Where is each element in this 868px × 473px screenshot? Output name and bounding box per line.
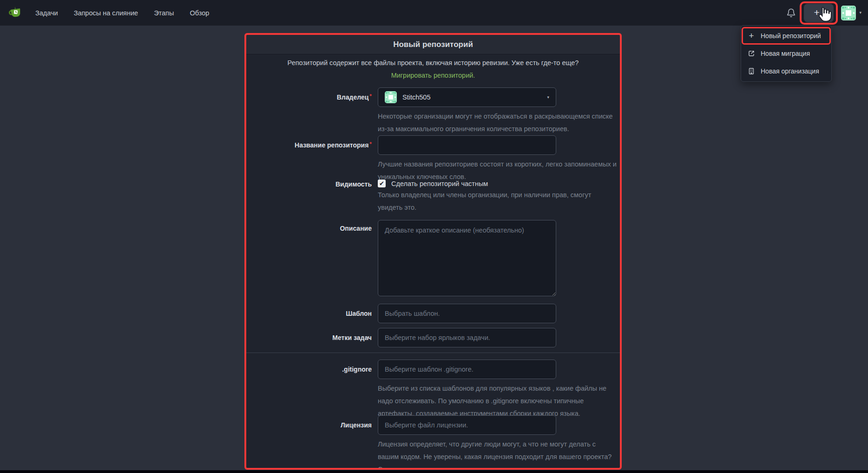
- user-avatar: [841, 6, 856, 20]
- gitignore-row: .gitignore Выберите из списка шаблонов д…: [246, 360, 620, 420]
- nav-item-issues[interactable]: Задачи: [35, 9, 58, 17]
- create-new-dropdown: + Новый репозиторий Новая миграция Новая…: [741, 25, 832, 82]
- required-asterisk: *: [369, 141, 372, 147]
- template-row: Шаблон: [246, 304, 620, 323]
- gitignore-help-text: Выберите из списка шаблонов для популярн…: [378, 382, 618, 420]
- license-label: Лицензия: [246, 415, 372, 468]
- visibility-row: Видимость ✔ Сделать репозиторий частным …: [246, 180, 620, 214]
- menu-item-label: Новый репозиторий: [761, 32, 821, 40]
- menu-item-new-migration[interactable]: Новая миграция: [741, 45, 831, 62]
- gitea-teacup-icon: [8, 6, 24, 20]
- owner-help-text: Некоторые организации могут не отображат…: [378, 110, 618, 135]
- license-help-text: Лицензия определяет, что другие люди мог…: [378, 438, 618, 468]
- description-label: Описание: [246, 220, 372, 298]
- owner-row: Владелец* Stitch505 ▾ Некоторые организа…: [246, 87, 620, 135]
- menu-item-new-organization[interactable]: Новая организация: [741, 62, 831, 80]
- plus-icon: +: [814, 7, 820, 17]
- owner-label: Владелец*: [246, 87, 372, 135]
- form-divider: [246, 353, 620, 353]
- private-checkbox-label[interactable]: Сделать репозиторий частным: [391, 180, 488, 187]
- create-new-button[interactable]: + ▾: [804, 4, 834, 22]
- issue-labels-input[interactable]: [378, 328, 556, 347]
- private-checkbox[interactable]: ✔: [378, 180, 386, 187]
- visibility-help-text: Только владелец или члены организации, п…: [378, 189, 618, 214]
- license-input[interactable]: [378, 415, 556, 435]
- owner-value: Stitch505: [402, 93, 430, 101]
- nav-item-pull-requests[interactable]: Запросы на слияние: [74, 9, 138, 17]
- navbar-right: + ▾ ▾: [785, 0, 861, 26]
- owner-avatar: [385, 91, 397, 103]
- intro-text: Репозиторий содержит все файлы проекта, …: [288, 59, 579, 67]
- gitignore-label: .gitignore: [246, 360, 372, 420]
- navbar-links: Задачи Запросы на слияние Этапы Обзор: [35, 9, 209, 17]
- repo-name-label: Название репозитория*: [246, 135, 372, 183]
- repo-name-row: Название репозитория* Лучшие названия ре…: [246, 135, 620, 183]
- menu-item-label: Новая миграция: [761, 50, 810, 57]
- repo-name-input[interactable]: [378, 135, 556, 155]
- gitignore-input[interactable]: [378, 360, 556, 379]
- owner-select[interactable]: Stitch505 ▾: [378, 87, 556, 107]
- chevron-down-icon: ▾: [859, 11, 861, 15]
- migrate-icon: [748, 50, 755, 57]
- repo-name-label-text: Название репозитория: [295, 141, 368, 149]
- plus-icon: +: [748, 32, 755, 39]
- form-intro: Репозиторий содержит все файлы проекта, …: [270, 57, 596, 82]
- notifications-button[interactable]: [785, 7, 796, 19]
- issue-labels-label: Метки задач: [246, 328, 372, 347]
- chevron-down-icon: ▾: [547, 95, 549, 100]
- owner-label-text: Владелец: [337, 93, 369, 101]
- user-menu-button[interactable]: ▾: [841, 6, 861, 20]
- new-repository-form: Новый репозиторий Репозиторий содержит в…: [246, 35, 620, 468]
- page-title: Новый репозиторий: [393, 40, 473, 49]
- license-help-body: Лицензия определяет, что другие люди мог…: [378, 440, 612, 468]
- chevron-down-icon: ▾: [822, 11, 824, 15]
- migrate-repository-link[interactable]: Мигрировать репозиторий.: [391, 72, 475, 79]
- screen: Задачи Запросы на слияние Этапы Обзор + …: [0, 0, 868, 473]
- visibility-label: Видимость: [246, 180, 372, 214]
- description-textarea[interactable]: [378, 220, 556, 296]
- gitea-logo[interactable]: [7, 5, 24, 21]
- license-row: Лицензия Лицензия определяет, что другие…: [246, 415, 620, 468]
- template-input[interactable]: [378, 304, 556, 323]
- menu-item-label: Новая организация: [761, 67, 819, 75]
- issue-labels-row: Метки задач: [246, 328, 620, 347]
- form-header: Новый репозиторий: [246, 35, 620, 54]
- description-row: Описание: [246, 220, 620, 298]
- nav-item-explore[interactable]: Обзор: [190, 9, 209, 17]
- nav-item-milestones[interactable]: Этапы: [154, 9, 174, 17]
- organization-icon: [748, 67, 755, 75]
- required-asterisk: *: [369, 93, 372, 100]
- template-label: Шаблон: [246, 304, 372, 323]
- menu-item-new-repository[interactable]: + Новый репозиторий: [741, 27, 831, 45]
- navbar: Задачи Запросы на слияние Этапы Обзор + …: [0, 0, 868, 26]
- bell-icon: [786, 8, 796, 18]
- bottom-edge-bar: [0, 470, 868, 473]
